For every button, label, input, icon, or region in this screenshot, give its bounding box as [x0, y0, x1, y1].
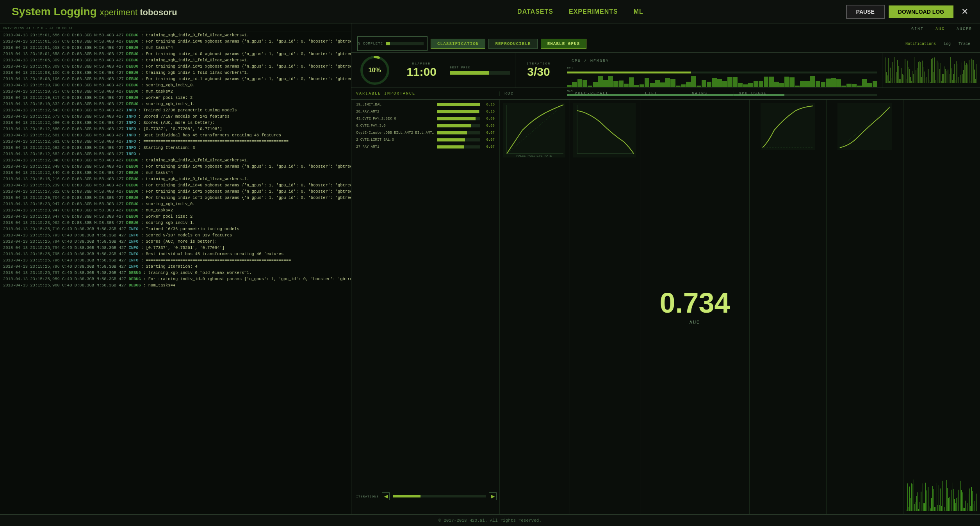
waveform-bar — [917, 57, 917, 83]
waveform-bar — [914, 504, 915, 511]
waveform-bar — [956, 61, 956, 83]
pause-button[interactable]: PAUSE — [846, 5, 885, 19]
var-bar-fill — [437, 145, 464, 148]
gains-chart — [827, 100, 903, 514]
waveform-bar — [826, 79, 830, 87]
iterations-label: ITERATIONS — [356, 495, 379, 498]
var-bar-fill — [437, 131, 467, 134]
log-line: 2018-04-13 23:15:25,710 C:40 D:88.3GB M:… — [0, 226, 351, 232]
log-line: 2018-04-13 23:15:12,681 C:0 D:88.3GB M:5… — [0, 132, 351, 138]
waveform-bar — [949, 57, 949, 83]
nav-datasets[interactable]: DATASETS — [517, 8, 553, 15]
var-score: 0.10 — [483, 110, 495, 114]
log-line: 2018-04-13 23:15:25,797 C:40 D:88.3GB M:… — [0, 270, 351, 276]
waveform-bar — [922, 61, 923, 83]
log-line: 2018-04-13 23:15:23,947 C:0 D:88.3GB M:5… — [0, 207, 351, 213]
waveform-bar — [925, 78, 925, 83]
waveform-bar — [903, 75, 903, 83]
waveform-bar — [926, 490, 927, 511]
log-line: 2018-04-13 23:15:23,947 C:0 D:88.3GB M:5… — [0, 201, 351, 207]
waveform-bar — [967, 499, 967, 511]
waveform-bar — [939, 485, 939, 511]
var-bar-bg — [437, 145, 480, 148]
svg-rect-10 — [761, 103, 815, 150]
waveform-bar — [971, 59, 972, 83]
waveform-bar — [952, 80, 953, 83]
waveform-bar — [940, 488, 941, 511]
var-bar-bg — [437, 131, 480, 134]
waveform-bar — [897, 60, 898, 83]
charts-area: 19_LIMIT_BAL 0.10 28_PAY_AMT2 0.10 43_CV… — [351, 100, 980, 514]
waveform-bar — [921, 492, 921, 511]
var-score: 0.09 — [483, 117, 495, 121]
waveform-bar — [567, 85, 572, 87]
waveform-bar — [954, 64, 955, 83]
lift-title: LIFT — [640, 91, 687, 96]
waveform-bar — [965, 65, 966, 83]
waveform-bar — [969, 60, 969, 83]
controls-row: % COMPLETE CLASSIFICATION REPRODUCIBLE E… — [351, 35, 980, 53]
nav-experiments[interactable]: EXPERIMENTS — [569, 8, 618, 15]
waveform-bar — [924, 72, 924, 83]
svg-text:FALSE POSITIVE RATE: FALSE POSITIVE RATE — [516, 154, 552, 157]
log-line: 2018-04-13 23:15:25,796 C:40 D:88.3GB M:… — [0, 257, 351, 263]
var-score: 0.07 — [483, 138, 495, 142]
waveform-bar — [810, 76, 815, 87]
waveform-bar — [748, 83, 753, 87]
reproducible-button[interactable]: REPRODUCIBLE — [488, 39, 537, 49]
classification-button[interactable]: CLASSIFICATION — [431, 39, 485, 49]
waveform-bar — [800, 81, 805, 87]
waveform-bar — [943, 496, 943, 511]
log-line: 2018-04-13 23:15:01,656 C:0 D:88.3GB M:5… — [0, 32, 351, 38]
footer: © 2017-2018 H2O.ai. All rights reserved. — [0, 514, 980, 526]
top-navigation: System Logging xperiment tobosoru DATASE… — [0, 0, 980, 23]
roc-title: ROC — [500, 91, 570, 96]
main-content: DRIVERLESS AI 1.2.0 – AI TO DO AI 2018-0… — [0, 23, 980, 514]
var-importance-row: CvytE-Cluster:DBB:BILL_AMT2:BILL_AMTS:PA… — [356, 131, 495, 135]
waveform-bar — [963, 70, 964, 83]
nav-ml[interactable]: ML — [634, 8, 643, 15]
var-importance-row: 27_PAY_AMT1 0.07 — [356, 145, 495, 149]
waveform-bar — [920, 496, 920, 511]
waveform-bar — [947, 65, 947, 83]
waveform-bar — [702, 80, 706, 87]
waveform-bar — [951, 68, 952, 83]
tab-trace[interactable]: Trace — [959, 42, 970, 46]
log-line: 2018-04-13 23:15:17,622 C:0 D:88.3GB M:5… — [0, 188, 351, 195]
waveform-bar — [676, 86, 681, 87]
waveform-bar — [917, 492, 918, 511]
waveform-bar — [961, 490, 962, 511]
cpu-bar-bg — [567, 72, 877, 73]
waveform-bar — [960, 481, 961, 511]
tab-notifications[interactable]: Notifications — [905, 42, 936, 46]
waveform-bar — [852, 84, 857, 87]
waveform-bar — [924, 503, 925, 511]
waveform-bar — [956, 498, 957, 511]
iter-next-button[interactable]: ▶ — [489, 492, 497, 500]
log-line: 2018-04-13 23:15:25,959 C:40 D:88.3GB M:… — [0, 276, 351, 282]
waveform-bar — [681, 84, 686, 87]
waveform-bar — [629, 77, 634, 87]
waveform-bar — [907, 510, 907, 511]
waveform-bar — [665, 78, 670, 87]
waveform-bar — [888, 58, 889, 83]
waveform-bar — [941, 63, 941, 83]
log-line: 2018-04-13 23:15:12,680 C:0 D:88.3GB M:5… — [0, 126, 351, 132]
waveform-bar — [867, 83, 872, 87]
log-line: 2018-04-13 23:15:10,790 C:0 D:88.3GB M:5… — [0, 82, 351, 88]
waveform-bar — [953, 74, 953, 83]
waveform-bar — [738, 83, 743, 87]
waveform-bar — [939, 505, 940, 511]
var-bar-bg — [437, 103, 480, 106]
download-button[interactable]: DOWNLOAD LOG — [889, 5, 953, 18]
log-line: 2018-04-13 23:15:12,848 C:0 D:88.3GB M:5… — [0, 157, 351, 163]
var-importance-list: 19_LIMIT_BAL 0.10 28_PAY_AMT2 0.10 43_CV… — [356, 103, 495, 149]
iter-prev-button[interactable]: ◀ — [382, 492, 390, 500]
tab-log[interactable]: Log — [944, 42, 951, 46]
enable-gpus-button[interactable]: ENABLE GPUS — [541, 39, 587, 49]
waveform-bar — [942, 481, 943, 511]
close-button[interactable]: ✕ — [957, 7, 972, 17]
waveform-bar — [946, 71, 946, 83]
waveform-bar — [943, 74, 944, 83]
waveform-bar — [923, 503, 924, 511]
